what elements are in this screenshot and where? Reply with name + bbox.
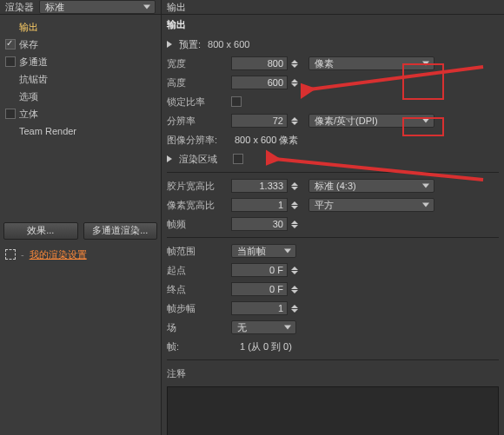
render-region-label: 渲染区域 (179, 153, 229, 166)
start-spinner[interactable] (291, 267, 300, 274)
frame-range-dropdown[interactable]: 当前帧 (231, 244, 296, 258)
unit-dropdown[interactable]: 像素 (308, 56, 434, 70)
preset-value: 800 x 600 (208, 39, 249, 49)
lock-ratio-label: 锁定比率 (167, 96, 228, 109)
film-aspect-spinner[interactable] (291, 182, 300, 190)
pixel-aspect-input[interactable]: 1 (231, 198, 288, 212)
sidebar-item-antialias[interactable]: 抗锯齿 (3, 70, 157, 88)
multipass-render-button[interactable]: 多通道渲染... (83, 222, 158, 240)
sidebar-item-multipass[interactable]: 多通道 (3, 53, 157, 70)
sidebar-item-save[interactable]: 保存 (3, 36, 157, 53)
frame-range-label: 帧范围 (167, 245, 228, 258)
sidebar-item-label: 保存 (19, 38, 38, 51)
spacer (5, 91, 16, 102)
frames-value: 1 (从 0 到 0) (240, 340, 292, 353)
spacer (5, 126, 16, 136)
pixel-aspect-label: 像素宽高比 (167, 199, 228, 212)
step-input[interactable]: 1 (231, 301, 288, 315)
sidebar-item-options[interactable]: 选项 (3, 88, 157, 105)
sidebar-item-label: 选项 (19, 90, 38, 103)
sidebar: 输出 保存 多通道 抗锯齿 选项 (0, 15, 162, 435)
sidebar-item-output[interactable]: 输出 (3, 18, 157, 36)
frames-label: 帧: (167, 340, 228, 353)
top-bar: 渲染器 标准 输出 (0, 0, 504, 15)
height-spinner[interactable] (291, 79, 300, 87)
disclosure-icon[interactable] (167, 41, 172, 48)
my-render-settings-link[interactable]: 我的渲染设置 (30, 248, 87, 261)
end-label: 终点 (167, 283, 228, 296)
render-region-checkbox[interactable] (233, 154, 243, 164)
width-spinner[interactable] (291, 60, 300, 68)
panel-header-label: 输出 (167, 1, 186, 14)
preset-label: 预置: (179, 38, 201, 51)
resolution-input[interactable]: 72 (231, 114, 288, 128)
step-spinner[interactable] (291, 305, 300, 313)
fps-input[interactable]: 30 (231, 217, 288, 231)
disclosure-icon[interactable] (167, 155, 172, 162)
sidebar-item-label: 抗锯齿 (19, 73, 48, 86)
my-render-settings-row[interactable]: - 我的渲染设置 (0, 245, 161, 265)
category-tree: 输出 保存 多通道 抗锯齿 选项 (0, 15, 161, 217)
width-input[interactable]: 800 (231, 56, 288, 70)
separator (167, 359, 499, 360)
panel-title: 输出 (167, 18, 499, 31)
separator (167, 172, 499, 173)
renderer-label: 渲染器 (5, 1, 34, 14)
film-aspect-input[interactable]: 1.333 (231, 179, 288, 193)
separator (167, 237, 499, 238)
image-res-value: 800 x 600 像素 (235, 134, 298, 147)
width-label: 宽度 (167, 57, 228, 70)
checkbox[interactable] (5, 109, 16, 119)
film-aspect-label: 胶片宽高比 (167, 180, 228, 193)
fps-spinner[interactable] (291, 221, 300, 228)
pixel-aspect-spinner[interactable] (291, 201, 300, 209)
sidebar-item-stereo[interactable]: 立体 (3, 105, 157, 122)
end-spinner[interactable] (291, 286, 300, 293)
height-label: 高度 (167, 76, 228, 89)
spacer (5, 22, 16, 32)
resolution-label: 分辨率 (167, 115, 228, 128)
effect-button[interactable]: 效果... (3, 222, 78, 240)
start-label: 起点 (167, 264, 228, 277)
film-aspect-dropdown[interactable]: 标准 (4:3) (308, 179, 434, 193)
renderer-dropdown[interactable]: 标准 (39, 0, 156, 14)
checkbox[interactable] (5, 39, 16, 49)
target-icon (5, 249, 16, 260)
notes-textarea[interactable] (167, 386, 499, 435)
fps-label: 帧频 (167, 218, 228, 231)
resolution-spinner[interactable] (291, 117, 300, 125)
step-label: 帧步幅 (167, 302, 228, 315)
field-label: 场 (167, 321, 228, 334)
end-input[interactable]: 0 F (231, 282, 288, 296)
output-panel: 输出 预置: 800 x 600 宽度 800 像素 高度 600 锁定比率 (162, 15, 504, 435)
height-input[interactable]: 600 (231, 76, 288, 89)
start-input[interactable]: 0 F (231, 263, 288, 277)
field-dropdown[interactable]: 无 (231, 320, 296, 334)
image-res-label: 图像分辨率: (167, 134, 228, 147)
sidebar-item-label: 立体 (19, 108, 38, 121)
lock-ratio-checkbox[interactable] (231, 96, 242, 107)
sidebar-item-label: 多通道 (19, 56, 48, 69)
preset-row: 预置: 800 x 600 (167, 35, 499, 54)
sidebar-item-label: 输出 (19, 21, 38, 34)
sidebar-item-label: Team Render (19, 126, 76, 136)
pixel-aspect-dropdown[interactable]: 平方 (308, 198, 434, 212)
sidebar-item-teamrender[interactable]: Team Render (3, 122, 157, 140)
notes-label: 注释 (167, 367, 228, 380)
checkbox[interactable] (5, 56, 16, 67)
resolution-unit-dropdown[interactable]: 像素/英寸(DPI) (308, 114, 434, 128)
spacer (5, 74, 16, 84)
